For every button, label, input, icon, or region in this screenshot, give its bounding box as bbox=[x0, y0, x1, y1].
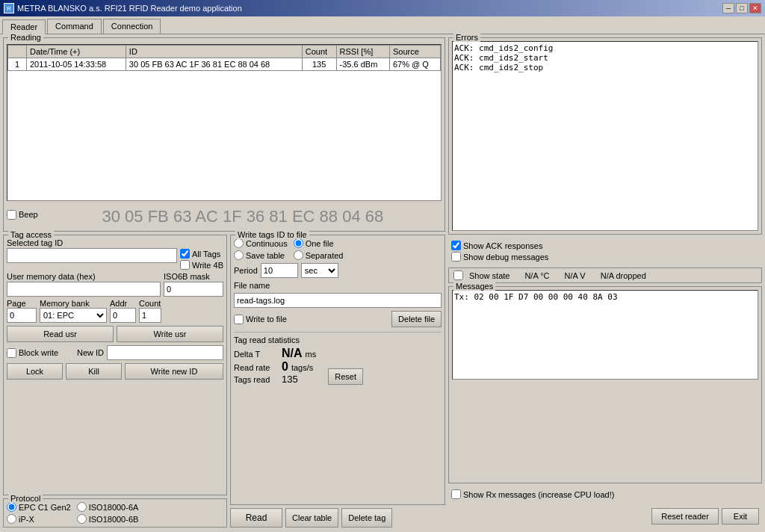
tab-bar: Reader Command Connection bbox=[0, 16, 765, 34]
show-ack-checkbox[interactable] bbox=[451, 241, 461, 250]
show-state-bar: Show state N/A °C N/A V N/A dropped bbox=[448, 267, 762, 283]
show-debug-label: Show debug messages bbox=[463, 253, 548, 262]
errors-title: Errors bbox=[453, 33, 480, 42]
continuous-radio[interactable] bbox=[234, 238, 244, 248]
state-temp: N/A °C bbox=[524, 271, 549, 280]
protocol-title: Protocol bbox=[8, 494, 43, 503]
cell-num: 1 bbox=[8, 58, 27, 71]
tag-access-group: Tag access Selected tag ID All Tags bbox=[3, 235, 227, 495]
user-memory-label: User memory data (hex) bbox=[7, 272, 161, 281]
bottom-right-buttons: Reset reader Exit bbox=[448, 505, 762, 528]
ip-x-label: iP-X bbox=[19, 515, 34, 524]
count-input[interactable] bbox=[139, 308, 161, 323]
reading-table-container[interactable]: Date/Time (+) ID Count RSSI [%] Source 1… bbox=[7, 44, 442, 201]
one-file-radio[interactable] bbox=[294, 238, 303, 248]
save-table-label: Save table bbox=[246, 251, 285, 260]
write-to-file-checkbox[interactable] bbox=[234, 315, 244, 324]
separated-radio[interactable] bbox=[294, 250, 303, 260]
state-voltage: N/A V bbox=[565, 271, 586, 280]
block-write-label: Block write bbox=[19, 348, 58, 357]
one-file-label: One file bbox=[306, 239, 334, 248]
errors-textarea[interactable] bbox=[452, 41, 758, 231]
file-name-input[interactable] bbox=[234, 293, 442, 308]
user-memory-input[interactable] bbox=[7, 282, 161, 297]
memory-bank-select[interactable]: 01: EPC bbox=[40, 308, 107, 323]
clear-table-button[interactable]: Clear table bbox=[285, 508, 338, 528]
read-rate-label: Read rate bbox=[234, 363, 279, 372]
lock-button[interactable]: Lock bbox=[7, 363, 63, 380]
save-table-radio[interactable] bbox=[234, 250, 244, 260]
tag-stats-title: Tag read statistics bbox=[234, 335, 442, 344]
page-input[interactable] bbox=[7, 308, 37, 323]
delta-t-unit: ms bbox=[306, 350, 317, 359]
left-panel: Reading Date/Time (+) ID Count RSSI [%] … bbox=[3, 37, 445, 528]
messages-textarea[interactable] bbox=[452, 290, 758, 380]
tab-command[interactable]: Command bbox=[47, 19, 102, 34]
write-tags-group: Write tags ID to file Continuous Save ta… bbox=[230, 235, 445, 505]
write-tags-title: Write tags ID to file bbox=[235, 230, 309, 239]
show-state-label: Show state bbox=[469, 271, 510, 280]
read-button[interactable]: Read bbox=[230, 508, 282, 528]
write-4b-checkbox[interactable] bbox=[180, 260, 190, 270]
exit-button[interactable]: Exit bbox=[722, 508, 759, 525]
memory-bank-label: Memory bank bbox=[40, 299, 107, 308]
period-label: Period bbox=[234, 266, 258, 275]
reset-stats-button[interactable]: Reset bbox=[328, 368, 363, 385]
epc-c1-label: EPC C1 Gen2 bbox=[19, 503, 71, 512]
col-datetime: Date/Time (+) bbox=[27, 46, 126, 58]
iso18000-6a-radio[interactable] bbox=[77, 502, 87, 512]
show-state-checkbox[interactable] bbox=[453, 270, 463, 280]
iso18000-6b-radio[interactable] bbox=[77, 514, 87, 524]
continuous-label: Continuous bbox=[246, 239, 288, 248]
read-rate-unit: tags/s bbox=[291, 363, 313, 372]
write-usr-button[interactable]: Write usr bbox=[117, 326, 223, 342]
col-num bbox=[8, 46, 27, 58]
ip-x-radio[interactable] bbox=[7, 514, 16, 524]
cell-datetime: 2011-10-05 14:33:58 bbox=[27, 58, 126, 71]
tab-connection[interactable]: Connection bbox=[103, 19, 161, 34]
all-tags-label: All Tags bbox=[192, 250, 220, 259]
addr-input[interactable] bbox=[110, 308, 136, 323]
period-unit-select[interactable]: sec min bbox=[301, 263, 338, 278]
iso18000-6a-label: ISO18000-6A bbox=[89, 503, 139, 512]
write-new-id-button[interactable]: Write new ID bbox=[125, 363, 223, 380]
addr-label: Addr bbox=[110, 299, 136, 308]
tab-reader[interactable]: Reader bbox=[2, 19, 46, 34]
iso18000-6b-label: ISO18000-6B bbox=[89, 515, 139, 524]
errors-group: Errors bbox=[448, 37, 762, 235]
epc-c1-radio[interactable] bbox=[7, 502, 16, 512]
read-rate-value: 0 bbox=[282, 360, 288, 374]
period-input[interactable] bbox=[261, 263, 298, 278]
app-icon: R bbox=[4, 3, 14, 13]
read-usr-button[interactable]: Read usr bbox=[7, 326, 114, 342]
reading-table: Date/Time (+) ID Count RSSI [%] Source 1… bbox=[7, 45, 441, 71]
show-debug-checkbox[interactable] bbox=[451, 252, 461, 262]
col-id: ID bbox=[126, 46, 302, 58]
selected-tag-id-label: Selected tag ID bbox=[7, 238, 177, 247]
all-tags-checkbox[interactable] bbox=[180, 249, 190, 259]
cell-rssi: -35.6 dBm bbox=[336, 58, 389, 71]
ack-options: Show ACK responses Show debug messages bbox=[448, 238, 762, 265]
iso6b-mask-input[interactable] bbox=[164, 282, 223, 297]
delete-tag-button[interactable]: Delete tag bbox=[341, 508, 392, 528]
reading-title: Reading bbox=[8, 33, 43, 42]
minimize-button[interactable]: ─ bbox=[722, 3, 734, 13]
reset-reader-button[interactable]: Reset reader bbox=[651, 508, 719, 525]
file-name-label: File name bbox=[234, 281, 270, 290]
kill-button[interactable]: Kill bbox=[66, 363, 122, 380]
main-content: Reading Date/Time (+) ID Count RSSI [%] … bbox=[0, 34, 765, 531]
block-write-checkbox[interactable] bbox=[7, 348, 16, 358]
delete-file-button[interactable]: Delete file bbox=[391, 311, 442, 327]
restore-button[interactable]: □ bbox=[736, 3, 748, 13]
iso6b-mask-label: ISO6B mask bbox=[164, 272, 223, 281]
show-rx-checkbox[interactable] bbox=[451, 489, 461, 499]
cell-id: 30 05 FB 63 AC 1F 36 81 EC 88 04 68 bbox=[126, 58, 302, 71]
write-to-file-label: Write to file bbox=[246, 315, 287, 324]
selected-tag-id-input[interactable] bbox=[7, 248, 177, 263]
new-id-input[interactable] bbox=[107, 345, 223, 360]
tags-read-label: Tags read bbox=[234, 375, 279, 384]
new-id-label: New ID bbox=[77, 348, 104, 357]
beep-checkbox[interactable] bbox=[7, 210, 16, 220]
close-button[interactable]: ✕ bbox=[749, 3, 761, 13]
show-rx-label: Show Rx messages (increase CPU load!) bbox=[463, 490, 614, 499]
